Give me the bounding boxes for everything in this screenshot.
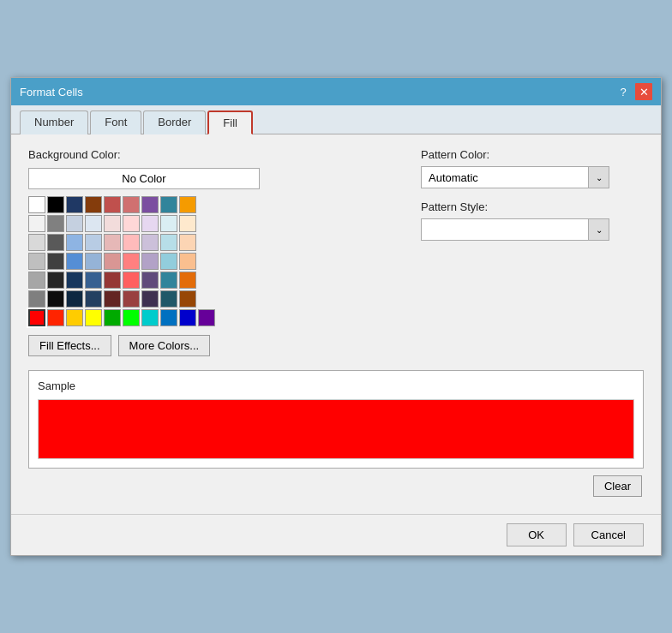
- color-cell[interactable]: [47, 309, 64, 326]
- color-cell[interactable]: [66, 196, 83, 213]
- color-cell[interactable]: [123, 253, 140, 270]
- color-cell[interactable]: [104, 309, 121, 326]
- color-cell[interactable]: [47, 196, 64, 213]
- color-cell[interactable]: [179, 234, 196, 251]
- color-cell[interactable]: [66, 309, 83, 326]
- bg-color-label: Background Color:: [28, 148, 387, 161]
- close-button[interactable]: ✕: [635, 83, 652, 100]
- color-row-3: [28, 234, 387, 251]
- color-cell[interactable]: [85, 234, 102, 251]
- cancel-button[interactable]: Cancel: [573, 523, 644, 546]
- color-row-2: [28, 215, 387, 232]
- color-cell[interactable]: [160, 215, 177, 232]
- color-cell-red-selected[interactable]: [28, 309, 45, 326]
- format-cells-dialog: Format Cells ? ✕ Number Font Border Fill…: [10, 77, 662, 556]
- color-cell[interactable]: [179, 272, 196, 289]
- color-cell[interactable]: [66, 253, 83, 270]
- color-cell[interactable]: [160, 253, 177, 270]
- color-cell[interactable]: [123, 215, 140, 232]
- color-cell[interactable]: [123, 196, 140, 213]
- color-cell[interactable]: [66, 290, 83, 308]
- color-cell[interactable]: [28, 272, 45, 289]
- color-cell[interactable]: [141, 196, 159, 213]
- color-cell[interactable]: [160, 290, 177, 308]
- color-cell[interactable]: [85, 272, 102, 289]
- pattern-color-dropdown[interactable]: Automatic ⌄: [421, 166, 609, 188]
- color-cell[interactable]: [141, 272, 159, 289]
- color-cell[interactable]: [160, 272, 177, 289]
- left-column: Background Color: No Color: [28, 148, 387, 356]
- color-cell[interactable]: [141, 234, 159, 251]
- color-cell[interactable]: [85, 290, 102, 308]
- action-buttons: Fill Effects... More Colors...: [28, 335, 387, 356]
- color-cell[interactable]: [123, 290, 140, 308]
- color-cell[interactable]: [47, 290, 64, 308]
- pattern-color-arrow: ⌄: [588, 167, 609, 188]
- pattern-style-dropdown[interactable]: ⌄: [421, 218, 609, 241]
- color-cell[interactable]: [85, 215, 102, 232]
- color-cell[interactable]: [179, 215, 196, 232]
- color-cell[interactable]: [66, 272, 83, 289]
- tab-font[interactable]: Font: [90, 110, 141, 134]
- color-cell[interactable]: [104, 215, 121, 232]
- tab-border[interactable]: Border: [143, 110, 206, 134]
- color-cell[interactable]: [104, 290, 121, 308]
- tab-fill[interactable]: Fill: [207, 110, 253, 134]
- ok-button[interactable]: OK: [507, 523, 567, 546]
- color-cell[interactable]: [123, 272, 140, 289]
- color-cell[interactable]: [66, 215, 83, 232]
- color-row-6: [28, 290, 387, 308]
- color-cell[interactable]: [141, 290, 159, 308]
- color-grid: [28, 196, 387, 326]
- color-cell[interactable]: [123, 309, 140, 326]
- right-column: Pattern Color: Automatic ⌄ Pattern Style…: [421, 148, 644, 356]
- color-cell[interactable]: [104, 234, 121, 251]
- color-row-7: [28, 309, 387, 326]
- color-cell[interactable]: [160, 196, 177, 213]
- tab-number[interactable]: Number: [20, 110, 88, 134]
- main-columns: Background Color: No Color: [28, 148, 644, 356]
- color-cell[interactable]: [179, 196, 196, 213]
- color-cell[interactable]: [123, 234, 140, 251]
- dialog-title: Format Cells: [20, 86, 83, 99]
- color-cell[interactable]: [198, 309, 215, 326]
- title-bar-left: Format Cells: [20, 86, 83, 99]
- color-cell[interactable]: [160, 309, 177, 326]
- color-cell[interactable]: [47, 272, 64, 289]
- color-cell[interactable]: [28, 253, 45, 270]
- color-cell[interactable]: [141, 309, 159, 326]
- pattern-color-label: Pattern Color:: [421, 148, 644, 161]
- color-cell[interactable]: [160, 234, 177, 251]
- title-bar-buttons: ? ✕: [615, 83, 652, 100]
- color-cell[interactable]: [28, 215, 45, 232]
- more-colors-button[interactable]: More Colors...: [118, 335, 211, 356]
- color-cell[interactable]: [28, 234, 45, 251]
- color-row-4: [28, 253, 387, 270]
- color-cell[interactable]: [179, 309, 196, 326]
- color-cell[interactable]: [85, 253, 102, 270]
- color-cell[interactable]: [141, 253, 159, 270]
- color-cell[interactable]: [66, 234, 83, 251]
- color-cell[interactable]: [141, 215, 159, 232]
- color-cell[interactable]: [179, 290, 196, 308]
- color-cell[interactable]: [85, 196, 102, 213]
- color-cell[interactable]: [28, 196, 45, 213]
- color-cell[interactable]: [28, 290, 45, 308]
- color-cell[interactable]: [47, 215, 64, 232]
- color-cell[interactable]: [47, 234, 64, 251]
- color-row-1: [28, 196, 387, 213]
- help-button[interactable]: ?: [615, 83, 632, 100]
- color-cell[interactable]: [85, 309, 102, 326]
- color-cell[interactable]: [104, 253, 121, 270]
- color-cell[interactable]: [104, 272, 121, 289]
- sample-label: Sample: [38, 379, 634, 392]
- fill-effects-button[interactable]: Fill Effects...: [28, 335, 111, 356]
- pattern-color-value: Automatic: [422, 171, 588, 184]
- clear-button[interactable]: Clear: [593, 475, 642, 497]
- sample-preview: [38, 399, 634, 459]
- tabs-bar: Number Font Border Fill: [11, 105, 661, 134]
- no-color-button[interactable]: No Color: [28, 168, 260, 189]
- color-cell[interactable]: [179, 253, 196, 270]
- color-cell[interactable]: [104, 196, 121, 213]
- color-cell[interactable]: [47, 253, 64, 270]
